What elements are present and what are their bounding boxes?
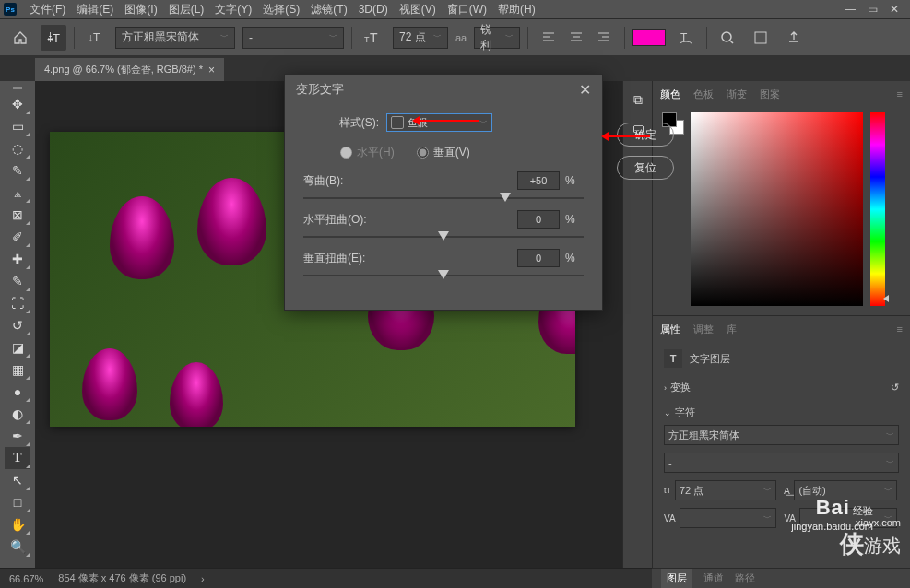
menu-help[interactable]: 帮助(H)	[492, 2, 541, 18]
brush-tool[interactable]: ✎	[5, 270, 30, 292]
text-orientation-icon[interactable]: ↓T	[82, 25, 108, 51]
slider-thumb[interactable]	[438, 270, 449, 279]
minimize-button[interactable]: —	[844, 3, 857, 16]
toolbox: ✥ ▭ ◌ ✎ ⟁ ⊠ ✐ ✚ ✎ ⛶ ↺ ◪ ▦ ● ◐ ✒ T ↖ □ ✋ …	[0, 81, 35, 568]
hdist-input[interactable]	[517, 210, 560, 229]
tool-preset-icon[interactable]: ⸸T	[41, 25, 66, 51]
export-icon[interactable]	[781, 25, 807, 51]
dodge-tool[interactable]: ◐	[5, 403, 30, 425]
chevron-down-icon: ﹀	[505, 31, 514, 43]
chevron-right-icon[interactable]: ›	[201, 573, 205, 584]
crop-tool[interactable]: ⟁	[5, 182, 30, 204]
character-accordion[interactable]: ⌄字符	[664, 400, 899, 425]
font-style-dropdown[interactable]: -﹀	[242, 27, 344, 49]
menu-window[interactable]: 窗口(W)	[442, 2, 492, 18]
eyedropper-tool[interactable]: ✐	[5, 226, 30, 248]
tab-swatches[interactable]: 色板	[693, 88, 714, 101]
align-right-icon[interactable]	[591, 25, 617, 51]
svg-rect-6	[755, 32, 766, 43]
tab-gradients[interactable]: 渐变	[727, 88, 747, 101]
prop-size-dropdown[interactable]: 72 点﹀	[675, 480, 776, 500]
vdist-slider[interactable]	[303, 275, 584, 276]
menu-file[interactable]: 文件(F)	[24, 2, 71, 18]
tab-libraries[interactable]: 库	[727, 323, 737, 336]
history-brush-tool[interactable]: ↺	[5, 314, 30, 336]
svg-text:↓T: ↓T	[88, 31, 100, 44]
path-select-tool[interactable]: ↖	[5, 469, 30, 491]
prop-font-dropdown[interactable]: 方正粗黑宋简体﹀	[664, 425, 899, 445]
pen-tool[interactable]: ✒	[5, 425, 30, 447]
panel-menu-icon[interactable]: ≡	[897, 88, 903, 100]
reset-button[interactable]: 复位	[617, 156, 674, 180]
transform-accordion[interactable]: ›变换↺	[664, 375, 899, 400]
align-center-icon[interactable]	[563, 25, 589, 51]
prop-tracking-dropdown[interactable]: ﹀	[680, 508, 777, 528]
color-picker[interactable]	[691, 112, 863, 306]
search-icon[interactable]	[715, 25, 740, 51]
tab-paths[interactable]: 路径	[735, 571, 755, 585]
zoom-tool[interactable]: 🔍	[5, 535, 30, 558]
vdist-input[interactable]	[517, 249, 560, 267]
close-window-button[interactable]: ✕	[888, 3, 901, 16]
tab-color[interactable]: 颜色	[660, 88, 680, 101]
zoom-level[interactable]: 66.67%	[9, 573, 43, 584]
bend-input[interactable]	[517, 171, 560, 190]
document-tab[interactable]: 4.png @ 66.7% (郁金香, RGB/8#) * ×	[35, 58, 224, 81]
font-size-dropdown[interactable]: 72 点﹀	[393, 27, 448, 49]
menu-edit[interactable]: 编辑(E)	[71, 2, 119, 18]
marquee-tool[interactable]: ▭	[5, 115, 30, 137]
quickshare-icon[interactable]	[748, 25, 774, 51]
menu-filter[interactable]: 滤镜(T)	[305, 2, 352, 18]
menu-select[interactable]: 选择(S)	[257, 2, 305, 18]
tab-patterns[interactable]: 图案	[760, 88, 780, 101]
stamp-tool[interactable]: ⛶	[5, 292, 30, 314]
vertical-radio[interactable]: 垂直(V)	[417, 145, 470, 160]
document-info[interactable]: 854 像素 x 476 像素 (96 ppi)	[58, 571, 186, 585]
toolbox-grip[interactable]	[13, 87, 22, 91]
bend-slider[interactable]	[303, 197, 584, 199]
hdist-slider[interactable]	[303, 236, 584, 238]
text-color-swatch[interactable]	[632, 29, 666, 46]
font-family-dropdown[interactable]: 方正粗黑宋简体﹀	[115, 27, 235, 49]
slider-thumb[interactable]	[438, 231, 449, 241]
ok-button[interactable]: 确定	[617, 123, 674, 147]
lasso-tool[interactable]: ◌	[5, 137, 30, 159]
move-tool[interactable]: ✥	[5, 93, 30, 115]
antialias-value: 锐利	[480, 22, 502, 53]
blur-tool[interactable]: ●	[5, 381, 30, 403]
hue-thumb[interactable]	[883, 295, 889, 302]
menu-3d[interactable]: 3D(D)	[353, 3, 394, 16]
menu-layer[interactable]: 图层(L)	[163, 2, 210, 18]
chevron-right-icon: ›	[664, 383, 667, 393]
hue-slider[interactable]	[870, 112, 885, 306]
hand-tool[interactable]: ✋	[5, 513, 30, 535]
reset-icon[interactable]: ↺	[891, 382, 899, 394]
gradient-tool[interactable]: ▦	[5, 359, 30, 381]
tab-properties[interactable]: 属性	[660, 323, 680, 336]
close-icon[interactable]: ×	[208, 64, 215, 76]
antialias-dropdown[interactable]: 锐利﹀	[474, 27, 520, 49]
type-tool[interactable]: T	[5, 447, 30, 469]
menu-view[interactable]: 视图(V)	[394, 2, 442, 18]
home-icon[interactable]	[7, 25, 33, 51]
tab-adjustments[interactable]: 调整	[693, 323, 714, 336]
warp-style-dropdown[interactable]: 鱼眼 ﹀	[386, 113, 492, 132]
tab-layers[interactable]: 图层	[661, 569, 692, 588]
dialog-titlebar[interactable]: 变形文字 ✕	[285, 75, 602, 104]
eraser-tool[interactable]: ◪	[5, 336, 30, 359]
healing-tool[interactable]: ✚	[5, 248, 30, 270]
close-icon[interactable]: ✕	[579, 81, 591, 99]
prop-style-dropdown[interactable]: -﹀	[664, 453, 899, 473]
quick-select-tool[interactable]: ✎	[5, 159, 30, 182]
slider-thumb[interactable]	[500, 193, 511, 202]
tab-channels[interactable]: 通道	[703, 571, 724, 585]
align-left-icon[interactable]	[536, 25, 561, 51]
panel-menu-icon[interactable]: ≡	[897, 323, 903, 335]
warp-text-icon[interactable]: T	[673, 25, 699, 51]
maximize-button[interactable]: ▭	[866, 3, 879, 16]
menu-type[interactable]: 文字(Y)	[209, 2, 257, 18]
menu-image[interactable]: 图像(I)	[119, 2, 162, 18]
panel-icon-1[interactable]: ⧉	[625, 88, 651, 111]
shape-tool[interactable]: □	[5, 491, 30, 513]
frame-tool[interactable]: ⊠	[5, 204, 30, 226]
